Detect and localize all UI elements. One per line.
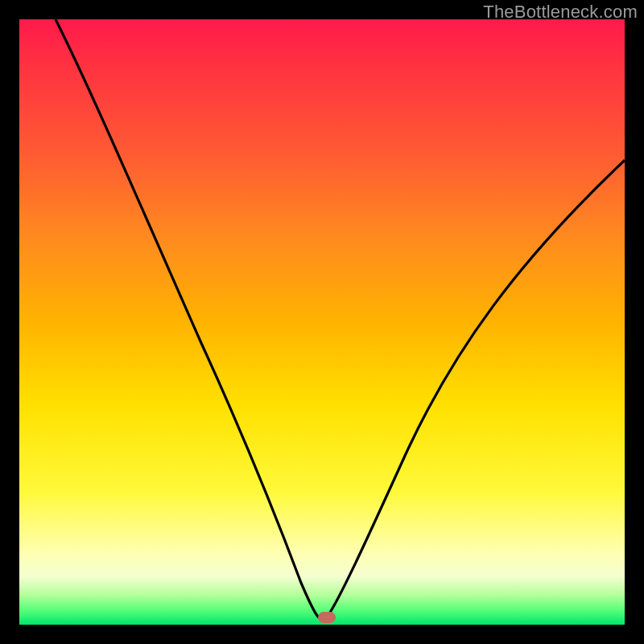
- chart-frame: TheBottleneck.com: [0, 0, 644, 644]
- minimum-marker: [318, 612, 336, 623]
- plot-area: [19, 19, 625, 625]
- curve-path: [56, 19, 625, 617]
- bottleneck-curve: [19, 19, 625, 625]
